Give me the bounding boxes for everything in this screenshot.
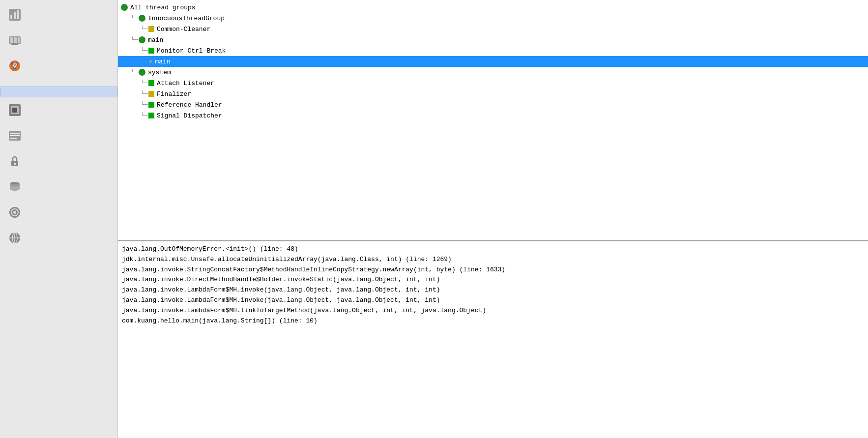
green-sq-icon <box>148 48 154 54</box>
stack-trace-line: java.lang.invoke.LambdaForm$MH.invoke(ja… <box>122 285 864 295</box>
node-label: Reference Handler <box>157 101 222 109</box>
svg-point-41 <box>13 211 16 214</box>
sidebar-item-threads[interactable] <box>0 123 117 148</box>
node-label: All thread groups <box>130 4 196 11</box>
node-label: Monitor Ctrl-Break <box>157 47 226 55</box>
sidebar-item-mbeans[interactable] <box>0 225 117 251</box>
tree-panel[interactable]: All thread groups└─InnocuousThreadGroup└… <box>118 0 868 241</box>
sidebar-item-databases[interactable] <box>0 174 117 200</box>
svg-rect-35 <box>10 138 17 139</box>
sidebar <box>0 0 118 438</box>
node-label: Common-Cleaner <box>157 26 210 33</box>
svg-rect-5 <box>10 37 13 43</box>
svg-rect-34 <box>10 135 20 136</box>
green-sq-icon <box>148 113 154 118</box>
svg-point-10 <box>9 60 20 71</box>
node-label: system <box>148 69 171 76</box>
stack-trace-line: com.kuang.hello.main(java.lang.String[])… <box>122 316 864 326</box>
stack-trace-line: jdk.internal.misc.Unsafe.allocateUniniti… <box>122 255 864 265</box>
sidebar-item-thread-dump[interactable] <box>0 87 117 97</box>
tree-row[interactable]: └─InnocuousThreadGroup <box>118 13 868 24</box>
tree-row[interactable]: └─Attach Listener <box>118 78 868 88</box>
sidebar-item-heap-walker[interactable] <box>0 53 117 79</box>
tree-row[interactable]: └─system <box>118 67 868 78</box>
monitors-locks-icon <box>7 153 23 169</box>
svg-rect-37 <box>14 163 16 165</box>
green-sq-icon <box>148 80 154 86</box>
threads-icon <box>7 128 23 144</box>
jee-probes-icon <box>7 204 23 220</box>
svg-rect-2 <box>14 12 16 19</box>
sidebar-item-current-object-set[interactable] <box>0 79 117 87</box>
sidebar-item-cpu-views[interactable] <box>0 97 117 123</box>
tree-row[interactable]: All thread groups <box>118 2 868 13</box>
svg-rect-9 <box>11 44 18 45</box>
node-label: Finalizer <box>157 90 191 98</box>
databases-icon <box>7 179 23 195</box>
svg-rect-19 <box>12 108 17 113</box>
sidebar-item-live-memory[interactable] <box>0 28 117 53</box>
group-icon <box>139 36 145 43</box>
node-label: main <box>155 58 170 65</box>
tree-row[interactable]: └─Signal Dispatcher <box>118 110 868 121</box>
node-label: Signal Dispatcher <box>157 112 222 119</box>
group-icon <box>139 15 145 22</box>
group-icon <box>139 69 145 76</box>
tree-row[interactable]: └─Monitor Ctrl-Break <box>118 45 868 56</box>
telemetries-icon <box>7 7 23 23</box>
stack-trace-line: java.lang.invoke.DirectMethodHandle$Hold… <box>122 275 864 285</box>
main-content: All thread groups└─InnocuousThreadGroup└… <box>118 0 868 438</box>
tree-row[interactable]: └─Finalizer <box>118 88 868 99</box>
cpu-views-icon <box>7 102 23 118</box>
green-sq-icon <box>148 102 154 108</box>
tree-row[interactable]: └─main <box>118 34 868 45</box>
svg-rect-7 <box>18 37 20 43</box>
node-label: Attach Listener <box>157 80 214 87</box>
yellow-sq-icon <box>148 26 154 32</box>
heap-walker-icon <box>7 58 23 74</box>
svg-rect-33 <box>10 133 20 134</box>
sidebar-item-jee-probes[interactable] <box>0 200 117 225</box>
sidebar-item-telemetries[interactable] <box>0 2 117 28</box>
stack-trace-line: java.lang.invoke.LambdaForm$MH.invoke(ja… <box>122 295 864 306</box>
tree-row[interactable]: └─Common-Cleaner <box>118 24 868 34</box>
tree-row[interactable]: └─Reference Handler <box>118 99 868 110</box>
sidebar-item-monitors-locks[interactable] <box>0 148 117 174</box>
stack-trace-line: java.lang.invoke.StringConcatFactory$Met… <box>122 265 864 275</box>
node-label: InnocuousThreadGroup <box>148 15 225 22</box>
yellow-sq-icon <box>148 91 154 97</box>
svg-rect-1 <box>10 15 12 19</box>
mbeans-icon <box>7 230 23 246</box>
svg-rect-6 <box>14 37 17 43</box>
tree-row[interactable]: └─⚡main <box>118 56 868 67</box>
lightning-icon: ⚡ <box>148 58 152 66</box>
node-label: main <box>148 36 163 44</box>
live-memory-icon <box>7 32 23 48</box>
stack-trace-panel: java.lang.OutOfMemoryError.<init>() (lin… <box>118 241 868 438</box>
svg-rect-3 <box>17 10 19 19</box>
stack-trace-line: java.lang.invoke.LambdaForm$MH.linkToTar… <box>122 306 864 316</box>
stack-trace-line: java.lang.OutOfMemoryError.<init>() (lin… <box>122 244 864 255</box>
group-icon <box>121 4 128 11</box>
